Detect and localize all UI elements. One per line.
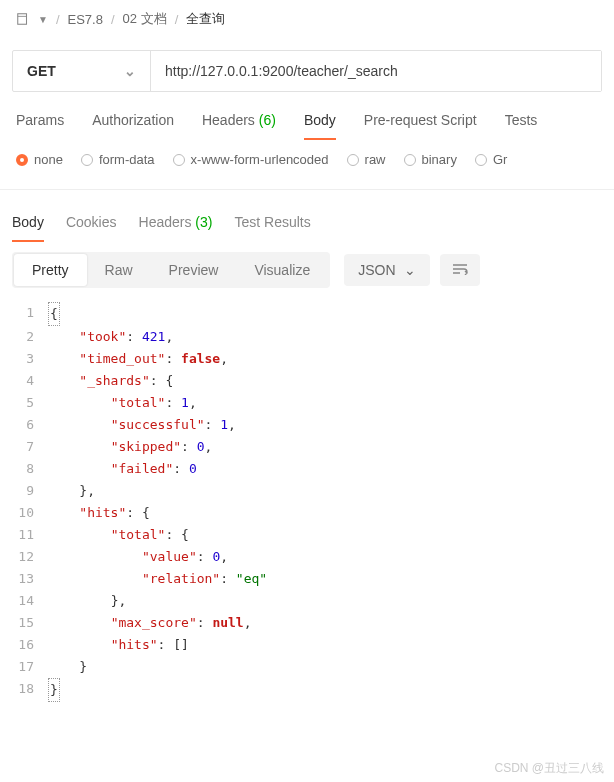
radio-none[interactable]: none	[16, 152, 63, 167]
view-raw[interactable]: Raw	[87, 254, 151, 286]
line-number: 16	[12, 634, 48, 656]
resp-tab-body[interactable]: Body	[12, 214, 44, 242]
view-controls: Pretty Raw Preview Visualize JSON ⌄	[0, 242, 614, 298]
line-number: 14	[12, 590, 48, 612]
tab-authorization[interactable]: Authorization	[92, 112, 174, 140]
method-select[interactable]: GET ⌄	[13, 51, 151, 91]
tab-body[interactable]: Body	[304, 112, 336, 140]
line-number: 6	[12, 414, 48, 436]
breadcrumb-folder[interactable]: 02 文档	[123, 10, 167, 28]
line-number: 2	[12, 326, 48, 348]
response-body[interactable]: 1{ 2 "took": 421, 3 "timed_out": false, …	[0, 298, 614, 718]
chevron-down-icon[interactable]: ▼	[38, 14, 48, 25]
line-number: 7	[12, 436, 48, 458]
request-row: GET ⌄	[12, 50, 602, 92]
tab-tests[interactable]: Tests	[505, 112, 538, 140]
request-tabs: Params Authorization Headers (6) Body Pr…	[0, 92, 614, 140]
line-number: 10	[12, 502, 48, 524]
line-number: 15	[12, 612, 48, 634]
radio-binary[interactable]: binary	[404, 152, 457, 167]
tab-params[interactable]: Params	[16, 112, 64, 140]
body-type-row: none form-data x-www-form-urlencoded raw…	[0, 140, 614, 190]
response-tabs: Body Cookies Headers (3) Test Results	[0, 190, 614, 242]
line-number: 18	[12, 678, 48, 702]
wrap-lines-button[interactable]	[440, 254, 480, 286]
line-number: 3	[12, 348, 48, 370]
code-brace: }	[48, 678, 60, 702]
line-number: 8	[12, 458, 48, 480]
breadcrumb-sep: /	[175, 12, 179, 27]
file-icon	[16, 12, 30, 26]
radio-form-data[interactable]: form-data	[81, 152, 155, 167]
line-number: 1	[12, 302, 48, 326]
breadcrumb: ▼ / ES7.8 / 02 文档 / 全查询	[0, 0, 614, 38]
view-preview[interactable]: Preview	[151, 254, 237, 286]
radio-graphql[interactable]: Gr	[475, 152, 507, 167]
breadcrumb-root[interactable]: ES7.8	[68, 12, 103, 27]
line-number: 13	[12, 568, 48, 590]
tab-prerequest[interactable]: Pre-request Script	[364, 112, 477, 140]
radio-urlencoded[interactable]: x-www-form-urlencoded	[173, 152, 329, 167]
breadcrumb-sep: /	[111, 12, 115, 27]
view-visualize[interactable]: Visualize	[236, 254, 328, 286]
line-number: 17	[12, 656, 48, 678]
code-brace: {	[48, 302, 60, 326]
line-number: 9	[12, 480, 48, 502]
line-number: 12	[12, 546, 48, 568]
chevron-down-icon: ⌄	[124, 63, 136, 79]
url-input[interactable]	[151, 51, 601, 91]
radio-dot-icon	[81, 154, 93, 166]
resp-tab-test-results[interactable]: Test Results	[234, 214, 310, 242]
line-number: 11	[12, 524, 48, 546]
view-mode-group: Pretty Raw Preview Visualize	[12, 252, 330, 288]
radio-dot-icon	[347, 154, 359, 166]
radio-raw[interactable]: raw	[347, 152, 386, 167]
view-pretty[interactable]: Pretty	[14, 254, 87, 286]
radio-dot-icon	[173, 154, 185, 166]
breadcrumb-current: 全查询	[186, 10, 225, 28]
radio-dot-icon	[16, 154, 28, 166]
resp-tab-headers[interactable]: Headers (3)	[139, 214, 213, 242]
format-select[interactable]: JSON ⌄	[344, 254, 429, 286]
line-number: 4	[12, 370, 48, 392]
method-label: GET	[27, 63, 56, 79]
line-number: 5	[12, 392, 48, 414]
radio-dot-icon	[404, 154, 416, 166]
wrap-icon	[452, 263, 468, 275]
tab-headers[interactable]: Headers (6)	[202, 112, 276, 140]
breadcrumb-sep: /	[56, 12, 60, 27]
chevron-down-icon: ⌄	[404, 262, 416, 278]
resp-tab-cookies[interactable]: Cookies	[66, 214, 117, 242]
svg-rect-0	[18, 14, 27, 25]
radio-dot-icon	[475, 154, 487, 166]
